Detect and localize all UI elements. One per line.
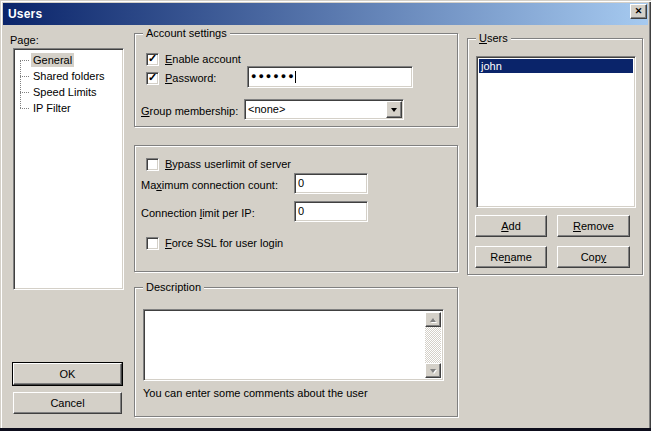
ip-limit-label: Connection limit per IP: xyxy=(141,207,255,220)
ok-button[interactable]: OK xyxy=(13,363,122,385)
user-list-item[interactable]: john xyxy=(479,59,633,73)
chevron-down-icon xyxy=(391,108,397,112)
scroll-down-button[interactable] xyxy=(425,363,441,378)
page-tree: General Shared folders Speed Limits IP F… xyxy=(14,49,123,289)
ip-limit-input[interactable]: 0 xyxy=(294,201,368,222)
group-membership-label: Group membership: xyxy=(141,105,238,118)
scroll-up-button[interactable] xyxy=(425,312,441,327)
tree-connector xyxy=(20,108,29,109)
page-item-speed-limits[interactable]: Speed Limits xyxy=(14,84,123,100)
enable-account-checkbox[interactable] xyxy=(146,53,159,66)
page-item-shared-folders[interactable]: Shared folders xyxy=(14,68,123,84)
limits-group: Bypass userlimit of server Maximum conne… xyxy=(134,145,458,272)
force-ssl-label: Force SSL for user login xyxy=(165,237,283,250)
page-list: General Shared folders Speed Limits IP F… xyxy=(13,48,124,290)
rename-user-button[interactable]: Rename xyxy=(475,246,547,268)
description-textarea[interactable] xyxy=(143,309,444,381)
users-dialog: Users ✕ Page: General Shared folders Spe… xyxy=(0,0,651,431)
description-title: Description xyxy=(143,281,204,293)
tree-connector xyxy=(20,60,29,61)
bypass-userlimit-label: Bypass userlimit of server xyxy=(165,158,291,171)
ip-limit-value: 0 xyxy=(298,205,304,217)
users-list: john xyxy=(476,56,636,208)
group-membership-value: <none> xyxy=(248,103,285,115)
description-scrollbar[interactable] xyxy=(425,312,441,378)
tree-connector xyxy=(20,76,29,77)
close-icon: ✕ xyxy=(635,7,643,16)
title-bar: Users xyxy=(3,3,648,25)
users-group: Users john Add Remove Rename Copy xyxy=(467,38,643,275)
password-label: Password: xyxy=(165,72,216,85)
combo-dropdown-button[interactable] xyxy=(386,101,402,118)
account-settings-group: Account settings Enable account Password… xyxy=(134,33,458,127)
window-title: Users xyxy=(3,7,42,21)
password-masked-value: ●●●●●● xyxy=(251,71,296,81)
bypass-userlimit-checkbox[interactable] xyxy=(146,158,159,171)
remove-user-button[interactable]: Remove xyxy=(557,215,630,237)
users-group-title: Users xyxy=(476,32,511,44)
description-group: Description You can enter some comments … xyxy=(134,287,458,417)
enable-account-label: Enable account xyxy=(165,53,241,66)
tree-connector xyxy=(20,92,29,93)
group-membership-select[interactable]: <none> xyxy=(244,99,404,120)
max-connections-value: 0 xyxy=(298,177,304,189)
page-label: Page: xyxy=(10,34,39,46)
cancel-button[interactable]: Cancel xyxy=(13,392,122,414)
close-button[interactable]: ✕ xyxy=(630,4,647,19)
arrow-up-icon xyxy=(430,318,436,322)
account-settings-title: Account settings xyxy=(143,27,230,39)
password-input[interactable]: ●●●●●● xyxy=(247,66,413,88)
page-item-ip-filter[interactable]: IP Filter xyxy=(14,100,123,116)
password-checkbox[interactable] xyxy=(146,72,159,85)
force-ssl-checkbox[interactable] xyxy=(146,237,159,250)
page-item-general[interactable]: General xyxy=(14,52,123,68)
arrow-down-icon xyxy=(430,369,436,373)
max-connections-label: Maximum connection count: xyxy=(141,179,278,192)
copy-user-button[interactable]: Copy xyxy=(557,246,630,268)
description-hint: You can enter some comments about the us… xyxy=(143,387,368,399)
add-user-button[interactable]: Add xyxy=(475,215,547,237)
max-connections-input[interactable]: 0 xyxy=(294,173,368,194)
